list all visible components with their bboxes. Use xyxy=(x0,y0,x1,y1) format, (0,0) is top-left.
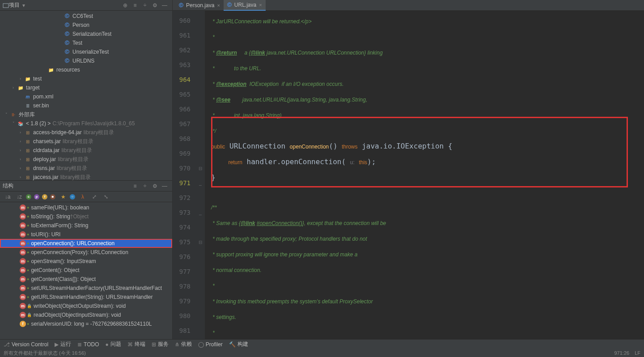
tree-item[interactable]: ›⊞jaccess.jarlibrary根目录 xyxy=(0,173,172,180)
settings-icon[interactable]: ⚙ xyxy=(150,0,160,10)
bottom-tool-依赖[interactable]: ⋔依赖 xyxy=(175,340,192,348)
project-title: 项目 xyxy=(9,1,20,9)
bottom-tool-终端[interactable]: ⌘终端 xyxy=(127,340,145,348)
tree-item[interactable]: ⒸCC6Test xyxy=(0,12,172,21)
tree-item[interactable]: ›📁test xyxy=(0,74,172,83)
filter-lambda-icon[interactable]: λ xyxy=(78,192,88,202)
filter-anon-icon[interactable]: ○ xyxy=(70,194,75,200)
sort-alpha-icon[interactable]: ↓a xyxy=(3,192,13,202)
tree-item[interactable]: ˅📚< 1.8 (2) >C:\Program Files\Java\jdk1.… xyxy=(0,119,172,128)
structure-item[interactable]: m🔒writeObject(ObjectOutputStream): void xyxy=(0,302,172,310)
structure-item[interactable]: m●setURLStreamHandlerFactory(URLStreamHa… xyxy=(0,284,172,293)
structure-panel: 结构 ≡ ÷ ⚙ — ↓a ↓z c p f ■ ★ ○ λ ⤢ ⤡ m●sam… xyxy=(0,180,172,339)
close-tab-icon[interactable]: × xyxy=(217,3,220,8)
gear-icon[interactable]: ⚙ xyxy=(150,181,160,191)
filter-p-icon[interactable]: p xyxy=(34,194,39,200)
bottom-tool-运行[interactable]: ▶运行 xyxy=(55,340,71,348)
left-column: 项目 ▾ ⊕ ≡ ÷ ⚙ — ⒸCC6TestⒸPersonⒸSerializa… xyxy=(0,0,173,339)
structure-item[interactable]: m●toString(): String †Object xyxy=(0,212,172,221)
autoscroll-file-icon[interactable]: ⤡ xyxy=(101,192,111,202)
structure-item[interactable]: m●toURI(): URI xyxy=(0,230,172,239)
bottom-tool-TODO[interactable]: ≣TODO xyxy=(77,341,99,348)
sort-visibility-icon[interactable]: ↓z xyxy=(14,192,24,202)
project-icon xyxy=(3,2,9,8)
svg-rect-0 xyxy=(3,4,8,8)
bottom-tool-Version Control[interactable]: ⎇Version Control xyxy=(4,341,48,348)
structure-item[interactable]: m●getContent(Class[]): Object xyxy=(0,275,172,284)
ide-root: 项目 ▾ ⊕ ≡ ÷ ⚙ — ⒸCC6TestⒸPersonⒸSerializa… xyxy=(0,0,644,357)
expand-icon[interactable]: ≡ xyxy=(130,181,140,191)
bottom-toolbar: ⎇Version Control▶运行≣TODO●问题⌘终端⊞服务⋔依赖◯Pro… xyxy=(0,339,644,349)
expand-all-icon[interactable]: ≡ xyxy=(130,0,140,10)
filter-fields-icon[interactable]: ■ xyxy=(50,194,55,200)
structure-item[interactable]: m●openConnection(Proxy): URLConnection xyxy=(0,248,172,257)
structure-item[interactable]: m●getContent(): Object xyxy=(0,266,172,275)
hide-panel-icon[interactable]: — xyxy=(160,0,169,10)
locate-icon[interactable]: ⊕ xyxy=(120,0,130,10)
structure-item[interactable]: m●openConnection(): URLConnection xyxy=(0,239,172,248)
structure-item[interactable]: m●openStream(): InputStream xyxy=(0,257,172,266)
structure-item[interactable]: m●toExternalForm(): String xyxy=(0,221,172,230)
status-text: 所有文件都处于最新状态 (今天 16:56) xyxy=(4,350,86,357)
editor-tab[interactable]: ⒸURL.java× xyxy=(224,0,266,11)
editor-area: ⒸPerson.java×ⒸURL.java× 9609619629639649… xyxy=(173,0,644,339)
tree-item[interactable]: 📁resources xyxy=(0,65,172,74)
tree-item[interactable]: ›📁target xyxy=(0,83,172,92)
line-gutter: 9609619629639649659669679689699709719729… xyxy=(173,11,196,339)
tree-item[interactable]: ⒸUnserializeTest xyxy=(0,47,172,56)
dropdown-icon[interactable]: ▾ xyxy=(22,2,25,8)
gutter-marks: ⊟⎯⎯⊟ xyxy=(196,11,205,339)
code-area[interactable]: * JarURLConnection will be returned.</p>… xyxy=(205,11,644,339)
editor[interactable]: 9609619629639649659669679689699709719729… xyxy=(173,11,644,339)
tree-item[interactable]: ›⊞deploy.jarlibrary根目录 xyxy=(0,155,172,164)
structure-list[interactable]: m●sameFile(URL): booleanm●toString(): St… xyxy=(0,202,172,339)
structure-item[interactable]: f●serialVersionUID: long = -762762968836… xyxy=(0,319,172,328)
close-tab-icon[interactable]: × xyxy=(259,2,262,8)
project-panel-header: 项目 ▾ ⊕ ≡ ÷ ⚙ — xyxy=(0,0,172,11)
structure-item[interactable]: m●getURLStreamHandler(String): URLStream… xyxy=(0,293,172,302)
tree-item[interactable]: ›⊞cldrdata.jarlibrary根目录 xyxy=(0,146,172,155)
structure-item[interactable]: m●sameFile(URL): boolean xyxy=(0,203,172,212)
structure-toolbar: ↓a ↓z c p f ■ ★ ○ λ ⤢ ⤡ xyxy=(0,191,172,202)
structure-header: 结构 ≡ ÷ ⚙ — xyxy=(0,181,172,191)
hide-icon[interactable]: — xyxy=(160,181,169,191)
tree-item[interactable]: ⒸSerializationTest xyxy=(0,30,172,38)
filter-inherited-icon[interactable]: ★ xyxy=(58,192,68,202)
tree-item[interactable]: mpom.xml xyxy=(0,92,172,101)
tree-item[interactable]: ⒸURLDNS xyxy=(0,56,172,65)
tree-item[interactable]: ⒸPerson xyxy=(0,21,172,30)
editor-tabs: ⒸPerson.java×ⒸURL.java× xyxy=(173,0,644,11)
status-bar: 所有文件都处于最新状态 (今天 16:56) 971:26 LF xyxy=(0,349,644,357)
tree-item[interactable]: ˅⊪外部库 xyxy=(0,110,172,119)
caret-position: 971:26 xyxy=(614,350,630,356)
encoding-hint: LF xyxy=(635,350,640,356)
bottom-tool-服务[interactable]: ⊞服务 xyxy=(152,340,169,348)
editor-tab[interactable]: ⒸPerson.java× xyxy=(175,0,224,11)
tree-item[interactable]: ≣ser.bin xyxy=(0,101,172,110)
tree-item[interactable]: ›⊞dnsns.jarlibrary根目录 xyxy=(0,164,172,173)
collapse-all-icon[interactable]: ÷ xyxy=(140,0,150,10)
tree-item[interactable]: ›⊞access-bridge-64.jarlibrary根目录 xyxy=(0,128,172,137)
bottom-tool-构建[interactable]: 🔨构建 xyxy=(229,340,248,348)
autoscroll-src-icon[interactable]: ⤢ xyxy=(89,192,99,202)
main-row: 项目 ▾ ⊕ ≡ ÷ ⚙ — ⒸCC6TestⒸPersonⒸSerializa… xyxy=(0,0,644,339)
collapse-icon[interactable]: ÷ xyxy=(140,181,150,191)
bottom-tool-问题[interactable]: ●问题 xyxy=(106,340,121,348)
bottom-tool-Profiler[interactable]: ◯Profiler xyxy=(198,341,223,348)
structure-title: 结构 xyxy=(3,182,13,190)
filter-public-icon[interactable]: c xyxy=(26,194,31,200)
project-tree[interactable]: ⒸCC6TestⒸPersonⒸSerializationTestⒸTestⒸU… xyxy=(0,11,172,180)
structure-item[interactable]: m🔒readObject(ObjectInputStream): void xyxy=(0,310,172,319)
tree-item[interactable]: ⒸTest xyxy=(0,38,172,47)
filter-f-icon[interactable]: f xyxy=(42,194,47,200)
tree-item[interactable]: ›⊞charsets.jarlibrary根目录 xyxy=(0,137,172,146)
